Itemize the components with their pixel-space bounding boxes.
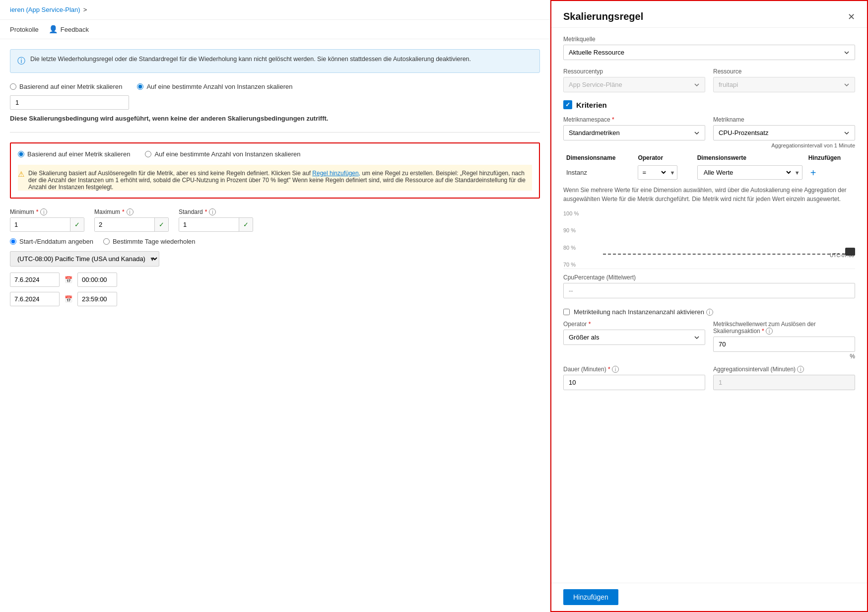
end-date-input[interactable] [10,292,60,306]
minimum-label: Minimum * i [10,208,84,215]
start-date-input[interactable] [10,272,60,287]
scale-metric-label-top: Basierend auf einer Metrik skalieren [19,83,122,90]
aggregationsintervall-info-icon[interactable]: i [797,366,804,373]
scale-count-radio-top[interactable] [137,83,143,90]
start-end-date-radio[interactable] [10,238,16,245]
maximum-input[interactable] [95,218,154,231]
metrikteilung-label: Metrikteilung nach Instanzenanzahl aktiv… [574,308,713,316]
scale-option2-group[interactable]: Auf eine bestimmte Anzahl von Instanzen … [137,83,292,90]
condition-text: Diese Skalierungsbedingung wird ausgefüh… [10,115,540,122]
operator-dropdown[interactable]: Größer als [563,330,705,345]
repeat-days-group[interactable]: Bestimmte Tage wiederholen [103,238,196,245]
minimum-input[interactable] [10,218,70,231]
standard-info-icon[interactable]: i [209,208,216,215]
metriknamespace-select[interactable]: Standardmetriken [563,125,705,140]
repeat-days-radio[interactable] [103,238,110,245]
ressource-col: Ressource fruitapi [713,68,855,92]
maximum-info-icon[interactable]: i [127,208,134,215]
rule-link[interactable]: Regel hinzufügen, [312,170,360,177]
ressource-label: Ressource [713,68,855,75]
rule-metric-label: Basierend auf einer Metrik skalieren [27,150,130,158]
kriterien-checkbox-icon: ✓ [563,100,572,109]
schwellenwert-label: Metrikschwellenwert zum Auslösen der Ska… [713,321,855,335]
aggregationsintervall-col: Aggregationsintervall (Minuten) i [713,366,855,390]
feedback-label: Feedback [61,26,89,33]
chart-data-point [845,248,855,256]
breadcrumb-text[interactable]: ieren (App Service-Plan) [10,6,80,13]
close-button[interactable]: ✕ [848,12,855,21]
standard-check-icon: ✓ [239,218,253,231]
protokolle-button[interactable]: Protokolle [10,26,39,33]
start-calendar-icon[interactable]: 📅 [65,276,72,283]
scale-rule-box: Basierend auf einer Metrik skalieren Auf… [10,142,540,199]
rule-count-radio-group[interactable]: Auf eine bestimmte Anzahl von Instanzen … [145,150,300,158]
operator-schwellenwert-row: Operator * Größer als Metrikschwellenwer… [563,321,855,360]
right-panel-body: Metrikquelle Aktuelle Ressource Ressourc… [551,28,867,583]
start-time-input[interactable] [77,272,117,287]
instance-count-input[interactable]: 1 [10,95,129,110]
start-date-row: 📅 [10,272,540,287]
op-arrow-icon: ▼ [668,170,677,176]
info-text: Die letzte Wiederholungsregel oder die S… [30,56,471,67]
maximum-field-group: Maximum * i ✓ [94,208,169,232]
rule-metric-radio-group[interactable]: Basierend auf einer Metrik skalieren [18,150,130,158]
add-dimension-button[interactable]: + [808,167,818,178]
operator-select[interactable]: = [638,166,668,179]
date-options-row: Start-/Enddatum angeben Bestimmte Tage w… [10,238,540,245]
rule-count-radio[interactable] [145,151,151,157]
metrikteilung-info-icon[interactable]: i [706,309,713,316]
rule-metric-radio[interactable] [18,151,24,157]
chart-labels: 100 % 90 % 80 % 70 % [563,209,583,269]
scale-options-rule: Basierend auf einer Metrik skalieren Auf… [18,150,532,158]
dauer-info-icon[interactable]: i [612,366,619,373]
chart-label-90: 90 % [563,227,583,233]
timezone-row: (UTC-08:00) Pacific Time (USA und Kanada… [10,251,540,267]
bottom-fields: Minimum * i ✓ Maximum * i [10,208,540,306]
scale-count-label-top: Auf eine bestimmte Anzahl von Instanzen … [146,83,292,90]
dimension-value-cell: Alle Werte ▼ [694,163,805,182]
scale-metric-radio-top[interactable] [10,83,16,90]
metrikname-select[interactable]: CPU-Prozentsatz [713,125,855,140]
info-icon: ⓘ [17,56,25,67]
chart-label-70: 70 % [563,262,583,268]
operator-select-wrap: = ▼ [638,165,677,180]
ressource-row: Ressourcentyp App Service-Pläne Ressourc… [563,68,855,92]
end-calendar-icon[interactable]: 📅 [65,295,72,303]
minimum-info-icon[interactable]: i [40,208,47,215]
schwellenwert-info-icon[interactable]: i [766,328,773,335]
ressource-select: fruitapi [713,77,855,92]
warning-icon: ⚠ [18,170,24,191]
end-time-input[interactable] [77,292,117,306]
dimension-info-text: Wenn Sie mehrere Werte für eine Dimensio… [563,186,855,204]
repeat-days-label: Bestimmte Tage wiederholen [113,238,196,245]
dim-value-select[interactable]: Alle Werte [698,166,793,179]
minimum-field-group: Minimum * i ✓ [10,208,84,232]
standard-input[interactable] [179,218,239,231]
metrikquelle-section: Metrikquelle Aktuelle Ressource [563,36,855,60]
dimension-row: Instanz = ▼ [563,163,855,182]
metrikname-col: Metrikname CPU-Prozentsatz [713,116,855,140]
dimension-operator-cell: = ▼ [635,163,694,182]
dauer-input[interactable] [563,375,705,390]
hinzufuegen-button[interactable]: Hinzufügen [563,589,618,605]
metrikteilung-row: Metrikteilung nach Instanzenanzahl aktiv… [563,308,855,316]
maximum-input-wrap: ✓ [94,217,169,232]
standard-label: Standard * i [179,208,253,215]
dimension-name: Instanz [563,163,635,182]
percent-suffix: % [713,353,855,360]
scale-option1-group[interactable]: Basierend auf einer Metrik skalieren [10,83,122,90]
dauer-col: Dauer (Minuten) * i [563,366,705,390]
rule-count-label: Auf eine bestimmte Anzahl von Instanzen … [154,150,300,158]
metrikteilung-checkbox[interactable] [563,309,570,315]
scale-options-top: Basierend auf einer Metrik skalieren Auf… [10,83,540,90]
feedback-button[interactable]: 👤 Feedback [49,25,89,34]
breadcrumb-separator: > [83,6,87,13]
start-end-date-group[interactable]: Start-/Enddatum angeben [10,238,93,245]
operator-col: Operator * Größer als [563,321,705,360]
right-panel-header: Skalierungsregel ✕ [551,1,867,28]
chart-label-80: 80 % [563,245,583,251]
metrikquelle-select[interactable]: Aktuelle Ressource [563,45,855,60]
dim-val-arrow-icon: ▼ [793,170,802,176]
schwellenwert-input[interactable] [713,337,855,352]
timezone-select[interactable]: (UTC-08:00) Pacific Time (USA und Kanada… [10,251,159,267]
